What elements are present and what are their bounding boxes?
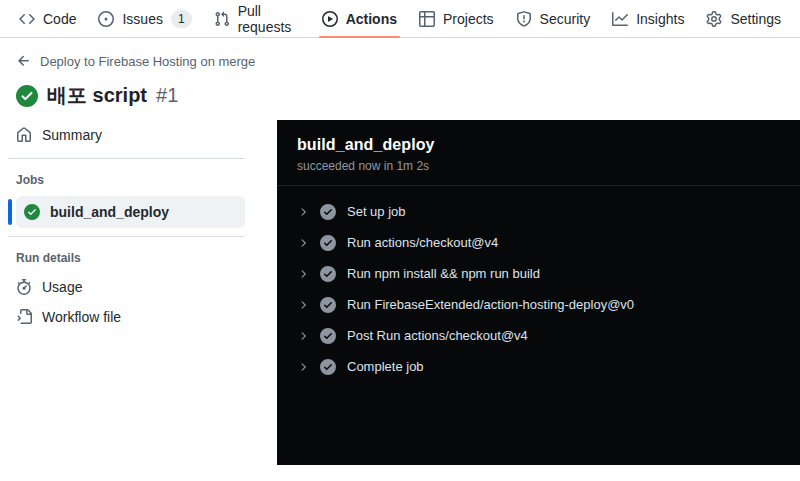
sidebar-item-label: Usage bbox=[42, 279, 82, 295]
step-label: Set up job bbox=[347, 204, 406, 219]
chevron-right-icon bbox=[297, 237, 309, 249]
sidebar-item-usage[interactable]: Usage bbox=[8, 272, 245, 302]
sidebar-item-summary[interactable]: Summary bbox=[8, 120, 245, 150]
step-row-post-checkout[interactable]: Post Run actions/checkout@v4 bbox=[297, 320, 780, 351]
sidebar-divider bbox=[8, 236, 245, 237]
step-success-check-icon bbox=[320, 204, 336, 220]
nav-tab-insights[interactable]: Insights bbox=[601, 0, 695, 37]
step-label: Post Run actions/checkout@v4 bbox=[347, 328, 528, 343]
nav-tab-label: Issues bbox=[122, 11, 162, 27]
chevron-right-icon bbox=[297, 299, 309, 311]
step-row-set-up-job[interactable]: Set up job bbox=[297, 196, 780, 227]
code-icon bbox=[19, 11, 35, 27]
job-log-header: build_and_deploy succeeded now in 1m 2s bbox=[277, 120, 800, 186]
nav-tab-projects[interactable]: Projects bbox=[408, 0, 505, 37]
run-title-row: 배포 script #1 bbox=[16, 82, 784, 109]
nav-tab-pull-requests[interactable]: Pull requests bbox=[203, 0, 311, 37]
issue-opened-icon bbox=[98, 11, 114, 27]
nav-tab-label: Pull requests bbox=[238, 3, 300, 35]
run-header: Deploy to Firebase Hosting on merge 배포 s… bbox=[0, 38, 800, 109]
table-icon bbox=[419, 11, 435, 27]
sidebar-item-workflow-file[interactable]: Workflow file bbox=[8, 302, 245, 332]
content: Summary Jobs build_and_deploy Run detail… bbox=[0, 120, 800, 465]
breadcrumb-label: Deploy to Firebase Hosting on merge bbox=[40, 54, 255, 69]
step-success-check-icon bbox=[320, 328, 336, 344]
chevron-right-icon bbox=[297, 268, 309, 280]
nav-tab-label: Settings bbox=[730, 11, 781, 27]
nav-tab-code[interactable]: Code bbox=[8, 0, 87, 37]
job-name: build_and_deploy bbox=[50, 204, 169, 220]
nav-tab-label: Projects bbox=[443, 11, 494, 27]
nav-tab-security[interactable]: Security bbox=[505, 0, 602, 37]
play-icon bbox=[322, 11, 338, 27]
sidebar-item-label: Workflow file bbox=[42, 309, 121, 325]
issues-count-badge: 1 bbox=[171, 10, 192, 28]
page-title: 배포 script bbox=[47, 82, 147, 109]
step-success-check-icon bbox=[320, 235, 336, 251]
breadcrumb[interactable]: Deploy to Firebase Hosting on merge bbox=[16, 53, 255, 69]
nav-tab-issues[interactable]: Issues 1 bbox=[87, 0, 202, 37]
step-row-checkout[interactable]: Run actions/checkout@v4 bbox=[297, 227, 780, 258]
nav-tab-actions[interactable]: Actions bbox=[311, 0, 408, 37]
sidebar-divider bbox=[8, 158, 245, 159]
arrow-left-icon bbox=[16, 53, 32, 69]
step-row-firebase-deploy[interactable]: Run FirebaseExtended/action-hosting-depl… bbox=[297, 289, 780, 320]
step-row-npm-build[interactable]: Run npm install && npm run build bbox=[297, 258, 780, 289]
chevron-right-icon bbox=[297, 330, 309, 342]
step-row-complete-job[interactable]: Complete job bbox=[297, 351, 780, 382]
git-pull-request-icon bbox=[214, 11, 230, 27]
job-status-line: succeeded now in 1m 2s bbox=[297, 159, 780, 173]
graph-icon bbox=[612, 11, 628, 27]
chevron-right-icon bbox=[297, 361, 309, 373]
jobs-section-label: Jobs bbox=[8, 167, 253, 194]
repo-nav: Code Issues 1 Pull requests Actions Proj… bbox=[0, 0, 800, 38]
run-number: #1 bbox=[156, 84, 178, 107]
nav-tab-label: Code bbox=[43, 11, 76, 27]
sidebar-item-job-build-and-deploy[interactable]: build_and_deploy bbox=[16, 196, 245, 228]
step-label: Run FirebaseExtended/action-hosting-depl… bbox=[347, 297, 634, 312]
step-success-check-icon bbox=[320, 266, 336, 282]
nav-tab-label: Insights bbox=[636, 11, 684, 27]
gear-icon bbox=[706, 11, 722, 27]
nav-tab-label: Security bbox=[540, 11, 591, 27]
chevron-right-icon bbox=[297, 206, 309, 218]
step-label: Run actions/checkout@v4 bbox=[347, 235, 498, 250]
job-log-panel: build_and_deploy succeeded now in 1m 2s … bbox=[277, 120, 800, 465]
home-icon bbox=[16, 127, 32, 143]
step-success-check-icon bbox=[320, 297, 336, 313]
sidebar-item-label: Summary bbox=[42, 127, 102, 143]
success-check-icon bbox=[24, 204, 40, 220]
step-label: Complete job bbox=[347, 359, 424, 374]
job-steps-list: Set up job Run actions/checkout@v4 Run n… bbox=[277, 186, 800, 392]
step-label: Run npm install && npm run build bbox=[347, 266, 540, 281]
shield-icon bbox=[516, 11, 532, 27]
stopwatch-icon bbox=[16, 279, 32, 295]
file-code-icon bbox=[16, 309, 32, 325]
sidebar: Summary Jobs build_and_deploy Run detail… bbox=[0, 120, 253, 332]
success-check-icon bbox=[16, 85, 38, 107]
step-success-check-icon bbox=[320, 359, 336, 375]
nav-tab-label: Actions bbox=[346, 11, 397, 27]
job-log-title: build_and_deploy bbox=[297, 136, 780, 154]
run-details-section-label: Run details bbox=[8, 245, 253, 272]
nav-tab-settings[interactable]: Settings bbox=[695, 0, 792, 37]
